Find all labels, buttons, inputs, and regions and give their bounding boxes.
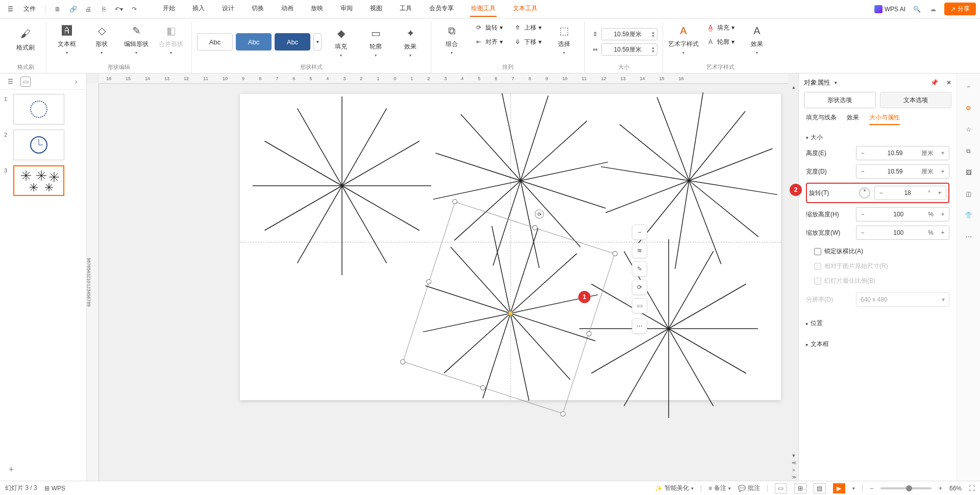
zoom-level[interactable]: 66% [949, 485, 962, 492]
tab-view[interactable]: 视图 [369, 1, 383, 17]
format-painter-button[interactable]: 🖌 格式刷 [10, 21, 41, 57]
zoom-in-button[interactable]: + [939, 485, 942, 492]
wps-ai-button[interactable]: WPS AI [874, 5, 905, 13]
tab-drawing-tools[interactable]: 绘图工具 [470, 1, 497, 17]
search-icon[interactable]: 🔍 [912, 4, 922, 14]
tab-start[interactable]: 开始 [162, 1, 176, 17]
view-sorter[interactable]: ⊞ [794, 483, 806, 493]
move-up-button[interactable]: ⤊上移 ▾ [510, 21, 545, 34]
textbox-button[interactable]: 🅰文本框▾ [52, 21, 82, 57]
tab-design[interactable]: 设计 [221, 1, 235, 17]
next-slide-icon[interactable]: ≫ [790, 474, 797, 481]
group-button[interactable]: ⧉组合▾ [436, 21, 467, 57]
plus-button[interactable]: + [937, 168, 949, 175]
slide-thumbnail-1[interactable] [13, 94, 64, 125]
zoom-knob[interactable] [906, 485, 912, 491]
redo-icon[interactable]: ↷ [129, 4, 139, 14]
wordart-style-button[interactable]: A艺术字样式▾ [668, 21, 699, 57]
spinner[interactable]: ▲▼ [651, 46, 655, 53]
print-preview-icon[interactable]: 🔗 [68, 4, 78, 14]
tab-shape-options[interactable]: 形状选项 [804, 92, 876, 108]
effect-button[interactable]: ✦效果▾ [395, 24, 426, 60]
view-slideshow[interactable]: ▶ [833, 483, 845, 493]
fit-to-window-button[interactable]: ⛶ [969, 485, 975, 492]
text-outline-button[interactable]: A轮廓 ▾ [703, 36, 738, 48]
hamburger-icon[interactable]: ☰ [4, 6, 16, 13]
tab-tools[interactable]: 工具 [399, 1, 413, 17]
tab-review[interactable]: 审阅 [339, 1, 354, 17]
rail-template-icon[interactable]: 👕 [963, 209, 975, 221]
subtab-size-properties[interactable]: 大小与属性 [869, 113, 900, 125]
section-textbox-head[interactable]: ▸文本框 [806, 340, 949, 349]
rotate-dial[interactable] [859, 187, 870, 199]
text-fill-button[interactable]: A̲填充 ▾ [703, 21, 738, 34]
scale-width-spinner[interactable]: − 100 % + [856, 226, 949, 240]
rail-star-icon[interactable]: ☆ [963, 123, 975, 136]
rail-settings-icon[interactable]: ⚙ [963, 102, 975, 114]
cloud-icon[interactable]: ☁ [928, 4, 938, 14]
tab-transition[interactable]: 切换 [251, 1, 265, 17]
style-preset-3[interactable]: Abc [275, 33, 310, 51]
slide-thumbnail-2[interactable] [13, 130, 64, 160]
comments-button[interactable]: 💬批注 [738, 484, 760, 492]
float-eyedropper[interactable]: ✎ [632, 261, 647, 277]
edit-shape-button[interactable]: ✎编辑形状▾ [121, 21, 152, 57]
share-button[interactable]: ↗分享 [944, 3, 976, 15]
scale-height-spinner[interactable]: − 100 % + [856, 207, 949, 221]
print-icon[interactable]: 🖨 [83, 4, 93, 14]
outline-view-icon[interactable]: ☰ [5, 77, 15, 87]
checkbox[interactable] [814, 248, 821, 255]
view-reading[interactable]: ▤ [814, 483, 826, 493]
scroll-down-icon[interactable]: ▼ [790, 452, 797, 459]
rail-layers-icon[interactable]: ⧉ [963, 145, 975, 157]
zoom-out-button[interactable]: − [870, 485, 873, 492]
add-slide-button[interactable]: + [5, 463, 17, 476]
style-gallery-more[interactable]: ▾ [313, 33, 322, 51]
pin-icon[interactable]: 📌 [930, 79, 938, 86]
zoom-slider[interactable] [880, 487, 932, 489]
float-more[interactable]: ⋯ [632, 318, 647, 334]
rail-collapse-icon[interactable]: − [963, 81, 975, 93]
slide-thumbnail-3[interactable] [13, 165, 64, 196]
rotate-spinner[interactable]: − 18 ° + [874, 186, 946, 200]
save-icon[interactable]: 🗎 [53, 4, 63, 14]
shape-button[interactable]: ◇形状▾ [86, 21, 117, 57]
section-position-head[interactable]: ▸位置 [806, 319, 949, 328]
plus-button[interactable]: + [937, 229, 949, 236]
view-normal[interactable]: ▭ [775, 483, 787, 493]
tab-insert[interactable]: 插入 [191, 1, 206, 17]
resize-handle-br[interactable] [560, 411, 567, 417]
print-area-icon[interactable]: ⎘ [99, 4, 109, 14]
rotate-button[interactable]: ⟳旋转 ▾ [471, 21, 506, 34]
thumbnail-view-icon[interactable]: ▭ [20, 77, 31, 87]
slide-canvas[interactable]: ⟳ 1 [240, 94, 781, 400]
minus-button[interactable]: − [856, 229, 869, 236]
notes-button[interactable]: ≡备注 ▾ [708, 484, 731, 492]
style-preset-1[interactable]: Abc [197, 33, 233, 51]
style-preset-2[interactable]: Abc [236, 33, 272, 51]
menu-icon[interactable]: ≡ [790, 466, 797, 474]
rail-transition-icon[interactable]: ◫ [963, 188, 975, 200]
float-zoom-out[interactable]: − [632, 225, 647, 240]
undo-icon[interactable]: ↶▾ [114, 4, 124, 14]
slideshow-dropdown[interactable]: ▾ [852, 486, 855, 491]
move-down-button[interactable]: ⤋下移 ▾ [510, 36, 545, 48]
plus-button[interactable]: + [934, 189, 946, 196]
plus-button[interactable]: + [937, 150, 949, 157]
height-spinner[interactable]: − 10.59 厘米 + [856, 146, 949, 160]
section-size-head[interactable]: ▾大小 [806, 133, 949, 142]
text-effect-button[interactable]: A效果▾ [742, 21, 772, 57]
scroll-up-icon[interactable]: ▲ [790, 84, 797, 91]
shape-starburst-1[interactable] [250, 94, 434, 278]
tab-slideshow[interactable]: 放映 [310, 1, 324, 17]
file-menu[interactable]: 文件 [18, 3, 41, 15]
shape-starburst-4-selected[interactable] [419, 221, 602, 405]
rail-image-icon[interactable]: 🖼 [963, 166, 975, 179]
vertical-scrollbar[interactable]: ▲ ▼ ≪ ≡ ≫ [790, 84, 797, 481]
tab-text-options[interactable]: 文本选项 [880, 92, 952, 108]
outline-button[interactable]: ▭轮廓▾ [360, 24, 391, 60]
tab-text-tools[interactable]: 文本工具 [512, 1, 538, 17]
float-refresh[interactable]: ⟳ [632, 280, 647, 295]
minus-button[interactable]: − [856, 211, 869, 218]
tab-member[interactable]: 会员专享 [428, 1, 455, 17]
